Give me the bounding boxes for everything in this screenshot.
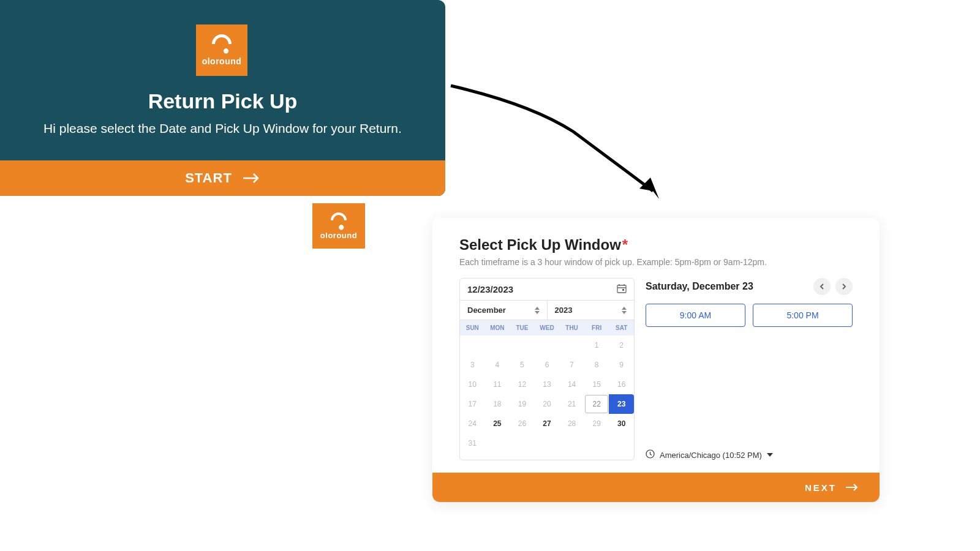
calendar-day-cell[interactable]: 29 [584, 414, 609, 433]
calendar-day-cell[interactable]: 6 [535, 355, 560, 375]
svg-marker-1 [639, 178, 659, 199]
calendar-week-row: 31 [460, 433, 634, 453]
calendar-day-cell[interactable]: 22 [584, 394, 609, 414]
time-slot-button[interactable]: 5:00 PM [753, 304, 853, 327]
clock-icon [646, 449, 655, 460]
calendar-day-cell[interactable]: 24 [460, 414, 485, 433]
start-label: START [185, 170, 232, 186]
year-selector[interactable]: 2023 [548, 301, 635, 320]
dow-cell: TUE [510, 320, 535, 335]
prev-day-button[interactable] [813, 278, 831, 295]
required-marker: * [622, 236, 628, 253]
calendar: 12/23/2023 December [459, 278, 635, 460]
calendar-day-cell[interactable]: 23 [609, 394, 634, 414]
calendar-day-cell[interactable]: 27 [535, 414, 560, 433]
calendar-week-row: 24252627282930 [460, 414, 634, 433]
calendar-day-cell [460, 335, 485, 355]
arrow-right-icon [845, 483, 859, 492]
next-day-button[interactable] [835, 278, 853, 295]
panel-title-text: Select Pick Up Window [459, 236, 621, 253]
date-input-row[interactable]: 12/23/2023 [460, 279, 634, 301]
calendar-day-cell[interactable]: 8 [584, 355, 609, 375]
month-label: December [467, 305, 506, 315]
time-slot-button[interactable]: 9:00 AM [646, 304, 745, 327]
svg-rect-2 [617, 285, 626, 293]
calendar-day-cell[interactable]: 1 [584, 335, 609, 355]
dow-cell: SUN [460, 320, 485, 335]
brand-logo: oloround [196, 24, 247, 76]
calendar-day-cell[interactable]: 28 [559, 414, 584, 433]
calendar-icon [617, 283, 627, 295]
spinner-icon [622, 307, 627, 314]
logo-icon [208, 30, 235, 58]
calendar-grid: 1234567891011121314151617181920212223242… [460, 335, 634, 453]
calendar-day-cell[interactable]: 3 [460, 355, 485, 375]
calendar-day-cell[interactable]: 10 [460, 375, 485, 394]
dow-cell: THU [559, 320, 584, 335]
intro-subtitle: Hi please select the Date and Pick Up Wi… [0, 121, 445, 136]
calendar-day-cell [485, 335, 510, 355]
calendar-day-cell [609, 433, 634, 453]
calendar-day-cell[interactable]: 13 [535, 375, 560, 394]
calendar-day-cell[interactable]: 17 [460, 394, 485, 414]
dow-cell: FRI [584, 320, 609, 335]
calendar-day-cell[interactable]: 25 [485, 414, 510, 433]
calendar-day-cell [559, 335, 584, 355]
calendar-day-cell [535, 433, 560, 453]
next-label: NEXT [805, 482, 837, 493]
intro-title: Return Pick Up [0, 89, 445, 113]
panel-subtitle: Each timeframe is a 3 hour window of pic… [459, 257, 853, 267]
panel-title: Select Pick Up Window* [459, 236, 853, 253]
calendar-day-cell[interactable]: 14 [559, 375, 584, 394]
calendar-day-cell[interactable]: 12 [510, 375, 535, 394]
calendar-day-cell [559, 433, 584, 453]
dropdown-icon [767, 453, 773, 457]
calendar-day-cell[interactable]: 19 [510, 394, 535, 414]
calendar-day-cell [584, 433, 609, 453]
month-selector[interactable]: December [460, 301, 548, 320]
day-of-week-header: SUNMONTUEWEDTHUFRISAT [460, 320, 634, 335]
brand-name: oloround [202, 56, 242, 66]
calendar-day-cell [535, 335, 560, 355]
selected-date-header: Saturday, December 23 [646, 281, 753, 292]
calendar-day-cell[interactable]: 18 [485, 394, 510, 414]
calendar-week-row: 12 [460, 335, 634, 355]
next-button[interactable]: NEXT [432, 473, 880, 502]
timezone-selector[interactable]: America/Chicago (10:52 PM) [646, 449, 853, 460]
calendar-day-cell[interactable]: 31 [460, 433, 485, 453]
arrow-right-icon [242, 173, 260, 184]
calendar-day-cell[interactable]: 2 [609, 335, 634, 355]
calendar-day-cell[interactable]: 30 [609, 414, 634, 433]
year-label: 2023 [555, 305, 573, 315]
dow-cell: SAT [609, 320, 634, 335]
calendar-day-cell[interactable]: 15 [584, 375, 609, 394]
calendar-day-cell[interactable]: 20 [535, 394, 560, 414]
calendar-day-cell[interactable]: 26 [510, 414, 535, 433]
calendar-day-cell [510, 433, 535, 453]
calendar-day-cell[interactable]: 16 [609, 375, 634, 394]
calendar-day-cell[interactable]: 11 [485, 375, 510, 394]
timezone-label: America/Chicago (10:52 PM) [660, 451, 762, 460]
time-slot-list: 9:00 AM5:00 PM [646, 304, 853, 327]
calendar-day-cell [510, 335, 535, 355]
intro-panel: oloround Return Pick Up Hi please select… [0, 0, 445, 196]
calendar-day-cell[interactable]: 21 [559, 394, 584, 414]
logo-icon [328, 209, 350, 231]
date-input-value: 12/23/2023 [467, 284, 513, 294]
calendar-day-cell [485, 433, 510, 453]
calendar-week-row: 3456789 [460, 355, 634, 375]
calendar-day-cell[interactable]: 5 [510, 355, 535, 375]
pickup-window-panel: Select Pick Up Window* Each timeframe is… [432, 218, 880, 502]
brand-logo-secondary: oloround [312, 203, 365, 249]
calendar-week-row: 10111213141516 [460, 375, 634, 394]
calendar-day-cell[interactable]: 7 [559, 355, 584, 375]
dow-cell: WED [535, 320, 560, 335]
start-button[interactable]: START [0, 160, 445, 196]
svg-rect-6 [622, 289, 624, 291]
brand-name: oloround [320, 231, 357, 240]
calendar-day-cell[interactable]: 9 [609, 355, 634, 375]
dow-cell: MON [485, 320, 510, 335]
calendar-day-cell[interactable]: 4 [485, 355, 510, 375]
flow-arrow-icon [445, 80, 665, 208]
spinner-icon [535, 307, 540, 314]
